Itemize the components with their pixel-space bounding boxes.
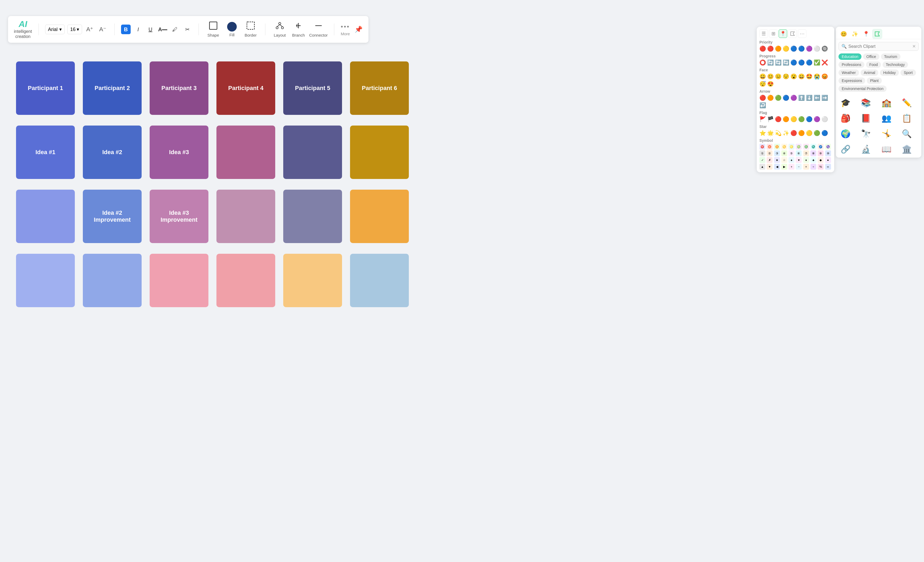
panel-tab-sparkle[interactable]: ✨ — [850, 29, 860, 39]
impr-6-card[interactable] — [350, 190, 409, 243]
sym-item[interactable]: ♍ — [796, 144, 802, 150]
sym-item[interactable]: ✗ — [766, 157, 772, 163]
clipart-item[interactable]: 🎓 — [838, 96, 852, 109]
sym-item[interactable]: − — [796, 164, 802, 169]
sym-item[interactable]: ♥ — [796, 157, 802, 163]
flag-icon[interactable]: ⚪ — [821, 116, 828, 122]
arrow-icon[interactable]: ⬅️ — [814, 94, 820, 101]
flag-icon[interactable]: 🟠 — [783, 116, 789, 122]
clipart-item[interactable]: ✏️ — [900, 96, 914, 109]
sub-tab-location[interactable]: 📍 — [778, 29, 787, 38]
flag-icon[interactable]: 🚩 — [759, 116, 766, 122]
priority-icon[interactable]: 🔘 — [821, 45, 828, 52]
arrow-icon[interactable]: 🟠 — [767, 94, 774, 101]
cat-office[interactable]: Office — [863, 53, 879, 60]
star-icon[interactable]: 🟢 — [814, 130, 820, 136]
face-icon[interactable]: 😭 — [814, 73, 820, 79]
sym-item[interactable]: ♏ — [810, 144, 816, 150]
impr-2-card[interactable]: Idea #2 Improvement — [83, 190, 142, 243]
sym-item[interactable]: ♎ — [803, 144, 809, 150]
arrow-icon[interactable]: 🔵 — [783, 94, 789, 101]
sym-item[interactable]: ⑨ — [818, 150, 824, 156]
cat-food[interactable]: Food — [866, 61, 881, 68]
clipart-item[interactable]: 🔭 — [859, 127, 873, 141]
face-icon[interactable]: 😐 — [775, 73, 782, 79]
sym-item[interactable]: ⑦ — [803, 150, 809, 156]
sym-item[interactable]: ÷ — [810, 164, 816, 169]
clipart-item[interactable]: 📚 — [859, 96, 873, 109]
connector-tool[interactable]: Connector — [309, 21, 328, 37]
sym-item[interactable]: ⑤ — [789, 150, 794, 156]
idea-4-card[interactable] — [216, 126, 275, 179]
font-size-select[interactable]: 16 ▾ — [68, 25, 82, 34]
star-icon[interactable]: 💫 — [775, 130, 782, 136]
panel-tab-emoji[interactable]: 😊 — [838, 29, 849, 39]
progress-icon[interactable]: 🔵 — [798, 59, 805, 66]
cat-expressions[interactable]: Expressions — [838, 78, 865, 84]
flag-icon[interactable]: 🏴 — [767, 116, 774, 122]
arrow-icon[interactable]: ⬆️ — [798, 94, 805, 101]
sym-item[interactable]: ⑥ — [796, 150, 802, 156]
shape-tool[interactable]: Shape — [205, 21, 221, 37]
star-icon[interactable]: 🌟 — [767, 130, 774, 136]
clipart-search-bar[interactable]: 🔍 ✕ — [838, 42, 919, 51]
priority-icon[interactable]: 🟣 — [806, 45, 813, 52]
impr-3-card[interactable]: Idea #3 Improvement — [150, 190, 208, 243]
clipart-search-input[interactable] — [848, 44, 910, 49]
sym-item[interactable]: ♦ — [803, 157, 809, 163]
progress-icon[interactable]: ❌ — [821, 59, 828, 66]
progress-icon[interactable]: ⭕ — [759, 59, 766, 66]
sym-item[interactable]: ♈ — [759, 144, 765, 150]
cat-holiday[interactable]: Holiday — [880, 69, 899, 76]
sub-tab-flag[interactable] — [788, 29, 797, 38]
sym-item[interactable]: ☆ — [781, 157, 787, 163]
sym-item[interactable]: ▶ — [781, 164, 787, 169]
cat-plant[interactable]: Plant — [867, 78, 882, 84]
more-button[interactable]: ••• More — [341, 23, 350, 36]
sym-item[interactable]: ② — [766, 150, 772, 156]
cat-envprot[interactable]: Environmental Protection — [838, 85, 886, 92]
participant-4-card[interactable]: Participant 4 — [216, 61, 275, 115]
impr-4-card[interactable] — [216, 190, 275, 243]
sym-item[interactable]: ♠ — [789, 157, 794, 163]
flag-icon[interactable]: 🔴 — [775, 116, 782, 122]
arrow-icon[interactable]: ↩️ — [759, 102, 766, 108]
sym-item[interactable]: ♌ — [789, 144, 794, 150]
sym-item[interactable]: ▲ — [759, 164, 765, 169]
sym-item[interactable]: ◆ — [818, 157, 824, 163]
sym-item[interactable]: ∞ — [825, 164, 831, 169]
progress-icon[interactable]: 🔄 — [767, 59, 774, 66]
branch-tool[interactable]: Branch — [291, 21, 306, 37]
progress-icon[interactable]: 🔄 — [783, 59, 789, 66]
clipart-item[interactable]: 🎒 — [838, 111, 852, 125]
face-icon[interactable]: 😊 — [767, 73, 774, 79]
star-icon[interactable]: 🔵 — [821, 130, 828, 136]
cat-technology[interactable]: Technology — [883, 61, 908, 68]
participant-2-card[interactable]: Participant 2 — [83, 61, 142, 115]
sym-item[interactable]: ✓ — [759, 157, 765, 163]
sym-item[interactable]: ⑧ — [810, 150, 816, 156]
sym-item[interactable]: ★ — [774, 157, 780, 163]
font-color-button[interactable]: A — [158, 25, 168, 34]
sub-tab-list[interactable]: ☰ — [759, 29, 768, 38]
priority-icon[interactable]: 🟠 — [775, 45, 782, 52]
pin-button[interactable]: 📌 — [355, 25, 363, 33]
star-icon[interactable]: ⭐ — [759, 130, 766, 136]
sym-item[interactable]: ● — [825, 157, 831, 163]
priority-icon[interactable]: 🔴 — [767, 45, 774, 52]
idea-2-card[interactable]: Idea #2 — [83, 126, 142, 179]
cat-tourism[interactable]: Tourism — [881, 53, 900, 60]
face-icon[interactable]: 😍 — [767, 81, 774, 87]
font-family-select[interactable]: Arial ▾ — [45, 25, 64, 34]
italic-button[interactable]: I — [134, 25, 143, 34]
flag-icon[interactable]: 🟢 — [798, 116, 805, 122]
cat-education[interactable]: Education — [838, 53, 861, 60]
sym-item[interactable]: ⑩ — [825, 150, 831, 156]
sym-item[interactable]: ♑ — [825, 144, 831, 150]
clipart-item[interactable]: 🔬 — [859, 142, 873, 156]
light-1-card[interactable] — [16, 254, 75, 307]
cat-animal[interactable]: Animal — [861, 69, 879, 76]
progress-icon[interactable]: 🔵 — [806, 59, 813, 66]
cat-professions[interactable]: Professions — [838, 61, 864, 68]
priority-icon[interactable]: 🔵 — [798, 45, 805, 52]
